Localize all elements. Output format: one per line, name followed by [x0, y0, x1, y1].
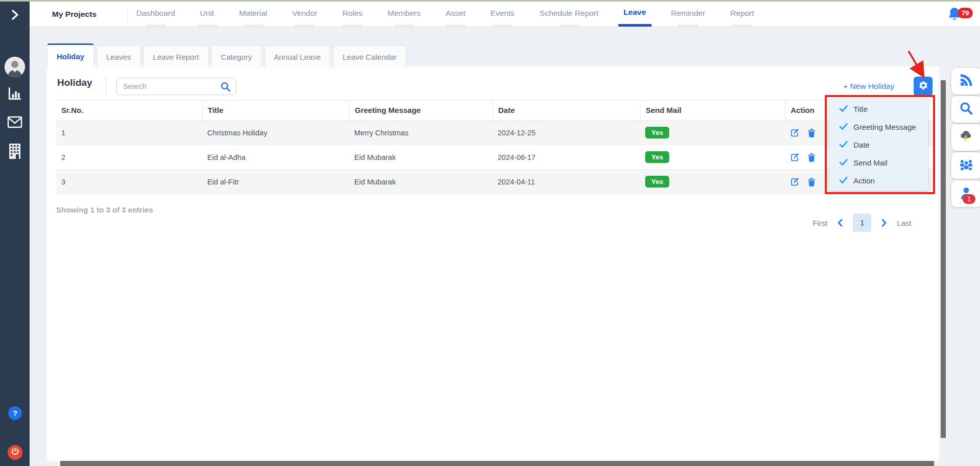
search-input[interactable] [117, 78, 236, 95]
leave-tabs: Holiday Leaves Leave Report Category Ann… [47, 43, 406, 68]
cell-sendmail: Yes [640, 127, 785, 138]
nav-item-leave[interactable]: Leave [624, 2, 646, 27]
cell-sendmail: Yes [640, 176, 785, 188]
menu-item-label: Title [853, 105, 868, 113]
menu-item-label: Send Mail [853, 158, 888, 167]
delete-button[interactable] [807, 153, 816, 162]
title-divider [106, 77, 106, 95]
pagination-last[interactable]: Last [897, 219, 911, 227]
feed-button[interactable] [951, 68, 980, 95]
nav-item-report[interactable]: Report [730, 2, 754, 27]
person-photo-icon [5, 70, 25, 77]
nav-item-roles[interactable]: Roles [342, 2, 363, 27]
user-avatar[interactable] [5, 57, 25, 77]
nav-item-unit[interactable]: Unit [200, 2, 214, 27]
search-box [116, 78, 236, 95]
top-header: My Projects Dashboard Unit Material Vend… [30, 2, 980, 27]
sidebar-reports-button[interactable] [0, 86, 30, 103]
nav-item-reminder[interactable]: Reminder [671, 2, 705, 27]
nav-item-dashboard[interactable]: Dashboard [136, 2, 175, 27]
holiday-table: Sr.No. Title Greeting Message Date Send … [56, 100, 934, 194]
cell-srno: 2 [56, 153, 202, 161]
nav-item-events[interactable]: Events [491, 2, 514, 27]
holiday-card: Holiday + New Holiday Sr.No. Title Greet… [47, 66, 939, 461]
building-icon [8, 143, 21, 161]
column-toggle-menu: Title Greeting Message Date Send Mail Ac… [829, 99, 928, 191]
delete-button[interactable] [807, 128, 816, 137]
cell-greeting: Eid Mubarak [349, 178, 493, 186]
nav-item-material[interactable]: Material [239, 2, 267, 27]
edit-button[interactable] [790, 177, 799, 187]
logout-button[interactable] [8, 445, 22, 460]
col-header-title: Title [202, 100, 349, 121]
checkmark-icon [839, 105, 848, 114]
menu-item-label: Action [853, 176, 875, 185]
cell-title: Eid al-Fitr [202, 178, 349, 186]
menu-item-date[interactable]: Date [829, 136, 928, 154]
tab-leave-report[interactable]: Leave Report [143, 45, 209, 68]
brand-my-projects[interactable]: My Projects [52, 2, 96, 27]
cell-sendmail: Yes [640, 151, 785, 163]
tab-leaves[interactable]: Leaves [96, 45, 140, 68]
send-mail-badge: Yes [645, 176, 669, 188]
edit-button[interactable] [790, 128, 799, 137]
nav-item-vendor[interactable]: Vendor [292, 2, 317, 27]
envelope-icon [7, 116, 22, 130]
notification-count-badge: 79 [958, 8, 973, 18]
help-button[interactable]: ? [8, 406, 22, 420]
quick-search-button[interactable] [951, 96, 980, 123]
sidebar-mail-button[interactable] [0, 116, 30, 130]
new-holiday-link[interactable]: + New Holiday [843, 82, 894, 91]
cell-title: Eid al-Adha [202, 153, 349, 161]
left-sidebar: ? [0, 0, 30, 466]
tab-annual-leave[interactable]: Annual Leave [264, 45, 331, 68]
menu-item-action[interactable]: Action [829, 172, 928, 190]
nav-item-schedule-report[interactable]: Schedule Report [540, 2, 598, 27]
sidebar-company-button[interactable] [0, 143, 30, 161]
tab-category[interactable]: Category [211, 45, 262, 68]
cell-greeting: Eid Mubarak [349, 153, 493, 161]
team-button[interactable] [951, 152, 980, 179]
cell-title: Christmas Holiday [202, 129, 349, 137]
main-nav: Dashboard Unit Material Vendor Roles Mem… [136, 2, 754, 27]
menu-item-label: Greeting Message [853, 123, 916, 131]
pagination-page-1[interactable]: 1 [853, 214, 871, 232]
power-icon [11, 447, 19, 458]
weather-button[interactable] [951, 124, 980, 151]
col-header-greeting: Greeting Message [349, 100, 493, 121]
rss-icon [959, 73, 973, 89]
delete-button[interactable] [807, 177, 816, 187]
nav-item-members[interactable]: Members [387, 2, 421, 27]
gear-icon [918, 80, 928, 92]
checkmark-icon [839, 123, 848, 132]
column-settings-button[interactable] [914, 77, 933, 96]
table-header-row: Sr.No. Title Greeting Message Date Send … [56, 100, 934, 121]
menu-item-send-mail[interactable]: Send Mail [829, 154, 928, 172]
cell-date: 2024-12-25 [493, 129, 640, 137]
chevron-right-icon[interactable] [880, 218, 888, 227]
tab-leave-calendar[interactable]: Leave Calendar [333, 45, 406, 68]
tab-holiday[interactable]: Holiday [47, 43, 94, 68]
notifications-button[interactable]: 79 [946, 6, 980, 26]
people-group-icon [959, 158, 974, 173]
horizontal-scrollbar-thumb[interactable] [60, 461, 934, 466]
sidebar-expand-button[interactable] [0, 7, 30, 25]
chevron-right-icon [8, 7, 21, 25]
col-header-date: Date [493, 100, 640, 121]
checkmark-icon [839, 176, 848, 185]
vertical-scrollbar-thumb[interactable] [941, 80, 946, 438]
send-mail-badge: Yes [645, 151, 669, 163]
top-border-line [0, 0, 980, 2]
menu-item-greeting-message[interactable]: Greeting Message [829, 118, 928, 136]
pagination-first[interactable]: First [813, 219, 827, 227]
profile-alerts-button[interactable]: 1 [951, 180, 980, 207]
nav-item-asset[interactable]: Asset [446, 2, 465, 27]
search-icon[interactable] [220, 81, 231, 95]
menu-item-title[interactable]: Title [829, 100, 928, 118]
edit-button[interactable] [790, 153, 799, 162]
col-header-sendmail: Send Mail [640, 100, 785, 121]
chevron-left-icon[interactable] [836, 218, 844, 227]
cell-srno: 3 [56, 178, 202, 186]
header-divider [127, 6, 128, 23]
cell-srno: 1 [56, 129, 202, 137]
